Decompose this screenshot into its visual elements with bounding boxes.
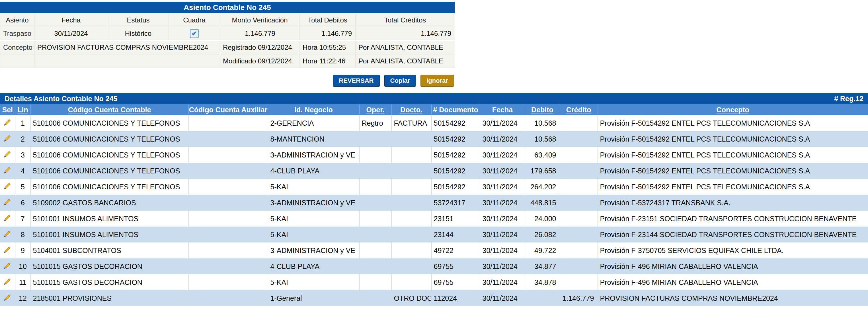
cell-lin: 3 (15, 147, 30, 163)
col-header-credito[interactable]: Crédito (560, 104, 597, 115)
reg-count: # Reg.12 (834, 95, 863, 103)
cell-oper (359, 290, 392, 306)
cell-debito: 63.409 (525, 147, 560, 163)
edit-pencil-icon[interactable] (3, 261, 12, 270)
cell-docto: OTRO DOC (392, 290, 431, 306)
col-header-concepto[interactable]: Concepto (597, 104, 868, 115)
cell-lin: 9 (15, 243, 30, 258)
cell-negocio: 1-General (268, 290, 359, 306)
cell-concepto: Provisión F-50154292 ENTEL PCS TELECOMUN… (597, 131, 868, 147)
details-title-bar: Detalles Asiento Contable No 245 # Reg.1… (0, 93, 868, 104)
cell-documento: 23144 (431, 227, 480, 243)
cell-lin: 11 (15, 274, 30, 290)
edit-pencil-icon[interactable] (3, 293, 12, 302)
edit-pencil-icon[interactable] (3, 198, 12, 206)
cell-aux (188, 258, 268, 274)
col-header-sel: Sel (0, 104, 15, 115)
cell-concepto: Provisión F-496 MIRIAN CABALLERO VALENCI… (597, 258, 868, 274)
col-total-creditos: Total Créditos (355, 13, 455, 27)
cell-aux (188, 290, 268, 306)
cell-concepto: Provisión F-23144 SOCIEDAD TRANSPORTES C… (597, 227, 868, 243)
cell-fecha: 30/11/2024 (480, 243, 525, 258)
edit-pencil-icon[interactable] (3, 166, 12, 174)
master-values-row: Traspaso 30/11/2024 Histórico ✔ 1.146.77… (0, 27, 455, 41)
cell-lin: 12 (15, 290, 30, 306)
cell-fecha: 30/11/2024 (480, 131, 525, 147)
table-row: 4 5101006 COMUNICACIONES Y TELEFONOS 4-C… (0, 163, 868, 179)
cell-negocio: 4-CLUB PLAYA (268, 258, 359, 274)
cell-cuenta: 5101006 COMUNICACIONES Y TELEFONOS (30, 163, 188, 179)
col-header-cuenta[interactable]: Código Cuenta Contable (30, 104, 188, 115)
cell-oper (359, 274, 392, 290)
cell-oper (359, 179, 392, 195)
cell-credito (560, 211, 597, 227)
cell-documento: 50154292 (431, 115, 480, 131)
table-row: 2 5101006 COMUNICACIONES Y TELEFONOS 8-M… (0, 131, 868, 147)
col-monto-verificacion: Monto Verificación (220, 13, 300, 27)
col-header-lin[interactable]: Lin (15, 104, 30, 115)
table-row: 12 2185001 PROVISIONES 1-General OTRO DO… (0, 290, 868, 306)
copiar-button[interactable]: Copiar (384, 75, 416, 87)
edit-pencil-icon[interactable] (3, 245, 12, 254)
asiento-estatus: Histórico (108, 27, 169, 41)
cell-sel (0, 131, 15, 147)
cuadra-checkbox[interactable]: ✔ (190, 29, 199, 38)
cell-lin: 6 (15, 195, 30, 211)
cell-sel (0, 211, 15, 227)
table-row: 8 5101001 INSUMOS ALIMENTOS 5-KAI 23144 … (0, 227, 868, 243)
cell-aux (188, 243, 268, 258)
edit-pencil-icon[interactable] (3, 134, 12, 142)
cell-concepto: Provisión F-3750705 SERVICIOS EQUIFAX CH… (597, 243, 868, 258)
edit-pencil-icon[interactable] (3, 118, 12, 127)
cell-concepto: Provisión F-53724317 TRANSBANK S.A. (597, 195, 868, 211)
modificado-row: Modificado 09/12/2024 Hora 11:22:46 Por … (0, 54, 455, 68)
reversar-button[interactable]: REVERSAR (333, 75, 379, 87)
edit-pencil-icon[interactable] (3, 150, 12, 158)
col-header-debito[interactable]: Debito (525, 104, 560, 115)
cell-oper (359, 227, 392, 243)
details-panel: Detalles Asiento Contable No 245 # Reg.1… (0, 93, 868, 306)
edit-pencil-icon[interactable] (3, 213, 12, 222)
cell-oper (359, 195, 392, 211)
edit-pencil-icon[interactable] (3, 277, 12, 286)
asiento-fecha: 30/11/2024 (34, 27, 108, 41)
edit-pencil-icon[interactable] (3, 182, 12, 190)
cell-credito (560, 195, 597, 211)
cell-credito (560, 243, 597, 258)
cell-docto (392, 179, 431, 195)
cell-credito (560, 179, 597, 195)
col-header-docto[interactable]: Docto. (392, 104, 431, 115)
cell-negocio: 5-KAI (268, 227, 359, 243)
cell-cuenta: 5101001 INSUMOS ALIMENTOS (30, 227, 188, 243)
cell-aux (188, 227, 268, 243)
cell-debito: 49.722 (525, 243, 560, 258)
table-row: 10 5101015 GASTOS DECORACION 4-CLUB PLAY… (0, 258, 868, 274)
cell-cuenta: 5101001 INSUMOS ALIMENTOS (30, 211, 188, 227)
cell-documento: 69755 (431, 274, 480, 290)
cell-lin: 4 (15, 163, 30, 179)
cell-debito: 34.878 (525, 274, 560, 290)
cell-documento: 69755 (431, 258, 480, 274)
cell-docto (392, 211, 431, 227)
journal-entry-table: Asiento Fecha Estatus Cuadra Monto Verif… (0, 13, 455, 68)
cell-docto (392, 131, 431, 147)
master-header-row: Asiento Fecha Estatus Cuadra Monto Verif… (0, 13, 455, 27)
cuadra-cell: ✔ (169, 27, 220, 41)
cell-concepto: Provisión F-50154292 ENTEL PCS TELECOMUN… (597, 115, 868, 131)
cell-oper (359, 243, 392, 258)
cell-aux (188, 115, 268, 131)
cell-negocio: 4-CLUB PLAYA (268, 163, 359, 179)
cell-aux (188, 179, 268, 195)
cell-oper: Regtro (359, 115, 392, 131)
cell-docto (392, 227, 431, 243)
col-total-debitos: Total Debitos (300, 13, 355, 27)
col-header-oper[interactable]: Oper. (359, 104, 392, 115)
ignorar-button[interactable]: Ignorar (421, 75, 454, 87)
cell-aux (188, 147, 268, 163)
cell-credito (560, 131, 597, 147)
col-cuadra: Cuadra (169, 13, 220, 27)
cell-negocio: 5-KAI (268, 274, 359, 290)
cell-cuenta: 5104001 SUBCONTRATOS (30, 243, 188, 258)
edit-pencil-icon[interactable] (3, 230, 12, 238)
table-row: 1 5101006 COMUNICACIONES Y TELEFONOS 2-G… (0, 115, 868, 131)
